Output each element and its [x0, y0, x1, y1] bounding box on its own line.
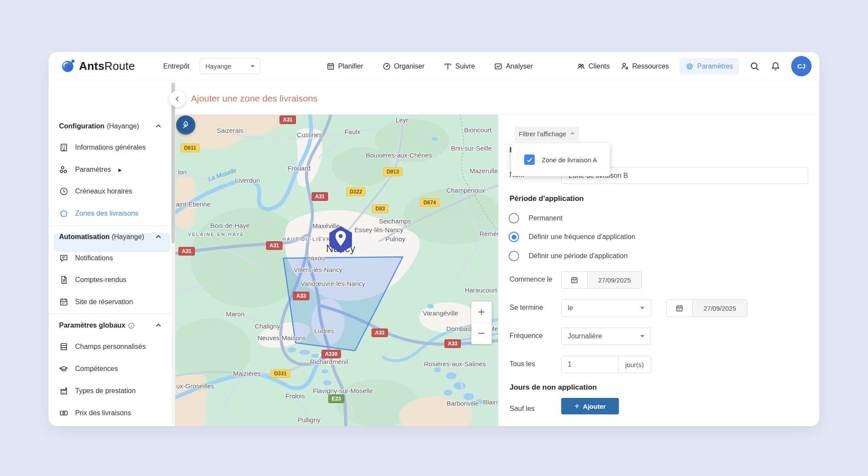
- message-icon: [59, 253, 69, 263]
- sidebar-item-site-de-reservation[interactable]: Site de réservation: [49, 292, 171, 312]
- road-badge: A33: [372, 328, 388, 337]
- chevron-up-icon[interactable]: [155, 123, 162, 130]
- divider: [175, 80, 175, 426]
- jours-header: Jours de non application: [510, 383, 597, 392]
- radio-frequence[interactable]: [509, 232, 519, 242]
- map-label: Leyr: [395, 116, 408, 124]
- road-badge: A31: [312, 192, 328, 201]
- radio-row-permanent: Permanent: [509, 213, 562, 223]
- section-automatisation[interactable]: Automatisation(Hayange): [49, 227, 171, 247]
- tab-clients[interactable]: Clients: [576, 62, 610, 71]
- signpost-icon: [444, 62, 452, 71]
- map-canvas[interactable]: SaizeraisCustinesLeyrFaulxBioncourtBrin-…: [175, 115, 498, 426]
- chevron-left-icon: [174, 95, 181, 102]
- termine-date-value[interactable]: 27/09/2025: [693, 300, 747, 316]
- commence-date-widget: 27/09/2025: [561, 271, 642, 289]
- map-marker-pin[interactable]: [328, 225, 354, 254]
- zone-a-checkbox[interactable]: [524, 154, 535, 165]
- radio-permanent[interactable]: [509, 213, 519, 223]
- tab-planifier[interactable]: Planifier: [326, 62, 363, 71]
- map-label: Mazerulles: [470, 167, 498, 174]
- tab-organiser[interactable]: Organiser: [382, 62, 424, 71]
- road-badge: A31: [279, 115, 296, 124]
- interval-widget: jour(s): [561, 356, 651, 373]
- avatar[interactable]: CJ: [791, 56, 812, 76]
- sidebar-item-zones-des-livraisons[interactable]: Zones des livraisons: [49, 203, 171, 224]
- tab-ressources[interactable]: Ressources: [620, 62, 669, 71]
- map-label: Brin-sur-Seille: [451, 144, 492, 152]
- tab-suivre[interactable]: Suivre: [444, 62, 475, 71]
- map-label: Varangéville: [423, 309, 458, 317]
- filter-dropdown-panel: Zone de livraison A: [511, 143, 610, 176]
- ajouter-button[interactable]: + Ajouter: [561, 398, 619, 414]
- road-badge: A31: [266, 241, 283, 250]
- commence-label: Commence le: [510, 276, 552, 283]
- commence-date-value[interactable]: 27/09/2025: [588, 272, 641, 288]
- zone-a-label: Zone de livraison A: [542, 156, 597, 164]
- map-label: Pulligny: [298, 416, 321, 423]
- factory-icon: [59, 386, 69, 396]
- banknote-icon: [59, 408, 69, 418]
- map-label: lon: [178, 168, 187, 176]
- graduation-cap-icon: [59, 364, 69, 374]
- zoom-out-button[interactable]: −: [471, 323, 492, 344]
- map-label: Richardménil: [310, 358, 348, 365]
- filter-display-button[interactable]: Filtrer l'affichage: [515, 127, 579, 141]
- map-label: Bioncourt: [464, 126, 491, 134]
- road-badge: D674: [420, 198, 440, 207]
- document-icon: [59, 275, 69, 285]
- sidebar-item-prix-des-livraisons[interactable]: Prix des livraisons: [49, 403, 171, 423]
- chevron-up-icon[interactable]: [155, 233, 162, 240]
- map-label: Champenoux: [446, 187, 485, 194]
- tab-analyser[interactable]: Analyser: [494, 62, 533, 71]
- sidebar-item-creneaux-horaires[interactable]: Créneaux horaires: [49, 181, 171, 202]
- person-gear-icon: [620, 62, 629, 71]
- map-label: HAUT-DU-LIÈVRE: [283, 236, 335, 242]
- sidebar-item-notifications[interactable]: Notifications: [49, 248, 171, 269]
- sidebar-item-champs-personnalises[interactable]: Champs personnalisés: [49, 336, 171, 357]
- logo[interactable]: AntsRoute: [61, 59, 135, 73]
- radio-row-frequence: Définir une fréquence d'application: [509, 232, 635, 242]
- sidebar-item-comptes-rendus[interactable]: Comptes-rendus: [49, 269, 171, 290]
- warehouse-select[interactable]: Hayange: [200, 58, 260, 74]
- interval-suffix: jour(s): [618, 356, 651, 373]
- bell-icon[interactable]: [770, 61, 781, 72]
- check-icon: [526, 157, 533, 163]
- sidebar-item-informations-generales[interactable]: Informations générales: [49, 137, 171, 158]
- map-label: Faulx: [345, 128, 361, 135]
- scrollbar-handle[interactable]: [171, 83, 175, 243]
- divider: [49, 313, 171, 314]
- calendar-icon: [570, 276, 579, 284]
- frequence-select[interactable]: Journalière: [561, 328, 651, 345]
- divider: [49, 226, 171, 226]
- termine-select[interactable]: le: [561, 299, 651, 317]
- radio-periode[interactable]: [509, 251, 519, 261]
- tab-parametres[interactable]: Paramètres: [679, 58, 739, 75]
- logo-text: AntsRoute: [79, 59, 135, 73]
- road-badge: D83: [372, 204, 388, 213]
- draw-zone-button[interactable]: [176, 115, 195, 135]
- calendar-icon: [326, 62, 335, 71]
- clock-icon: [59, 187, 69, 196]
- calendar-button[interactable]: [667, 300, 693, 316]
- road-badge: D331: [271, 369, 290, 378]
- map-label: Essey-lès-Nancy: [355, 226, 404, 233]
- search-icon[interactable]: [750, 61, 760, 72]
- road-badge: A330: [322, 350, 341, 358]
- section-parametres-globaux[interactable]: Paramètres globaux: [49, 315, 171, 336]
- sidebar-item-parametres[interactable]: Paramètres ▶: [49, 159, 171, 180]
- chevron-up-icon[interactable]: [155, 322, 162, 329]
- gears-icon: [59, 165, 69, 174]
- top-navbar: AntsRoute Entrepôt Hayange Planifier Org…: [49, 52, 819, 80]
- sidebar-item-competences[interactable]: Compétences: [49, 358, 171, 379]
- sidebar-item-types-de-prestation[interactable]: Types de prestation: [49, 381, 171, 401]
- calendar-button[interactable]: [562, 272, 588, 288]
- interval-input[interactable]: [562, 356, 618, 373]
- gear-icon: [685, 62, 694, 71]
- map-label: Liverdun: [235, 177, 260, 184]
- map-label: Bois-de-Haye: [210, 222, 250, 229]
- map-label: Villers-lès-Nancy: [294, 266, 342, 273]
- section-configuration[interactable]: Configuration(Hayange): [49, 116, 171, 137]
- zoom-in-button[interactable]: +: [471, 302, 492, 323]
- back-button[interactable]: [169, 91, 186, 107]
